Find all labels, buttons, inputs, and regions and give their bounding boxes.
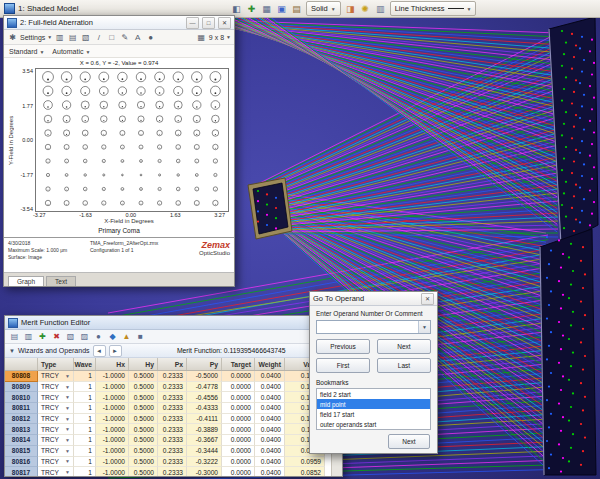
cell-target[interactable]: 0.0000: [222, 392, 255, 403]
pen-tool-icon[interactable]: ✎: [119, 33, 130, 42]
cell-target[interactable]: 0.0000: [222, 382, 255, 393]
dialog-titlebar[interactable]: Go To Operand ✕: [310, 292, 437, 306]
line-thickness-select[interactable]: Line Thickness ▼: [390, 1, 477, 16]
table-row[interactable]: 80813TRCY▼1-1.00000.50000.2333-0.38890.0…: [5, 424, 342, 435]
cell-px[interactable]: 0.2333: [158, 414, 187, 425]
mfe-titlebar[interactable]: Merit Function Editor — ✕: [5, 316, 342, 330]
cell-weight[interactable]: 0.0400: [255, 371, 285, 382]
cell-py[interactable]: -0.4333: [187, 403, 222, 414]
cell-weight[interactable]: 0.0400: [255, 403, 285, 414]
chevron-down-icon[interactable]: ▼: [418, 321, 430, 333]
cell-hy[interactable]: 0.5000: [129, 414, 158, 425]
settings-icon[interactable]: ●: [93, 332, 104, 341]
new-table-icon[interactable]: ▤: [9, 332, 20, 341]
cell-type[interactable]: TRCY▼: [38, 414, 74, 425]
cell-target[interactable]: 0.0000: [222, 435, 255, 446]
cell-hx[interactable]: -1.0000: [96, 457, 129, 468]
cell-px[interactable]: 0.2333: [158, 403, 187, 414]
cell-weight[interactable]: 0.0400: [255, 457, 285, 468]
table-row[interactable]: 80815TRCY▼1-1.00000.50000.2333-0.34440.0…: [5, 446, 342, 457]
cell-id[interactable]: 80809: [5, 382, 38, 393]
cell-hx[interactable]: -1.0000: [96, 424, 129, 435]
cell-px[interactable]: 0.2333: [158, 446, 187, 457]
cell-weight[interactable]: 0.0400: [255, 392, 285, 403]
cell-hy[interactable]: 0.5000: [129, 392, 158, 403]
cell-wave[interactable]: 1: [74, 457, 96, 468]
bookmark-item[interactable]: mid point: [317, 399, 430, 409]
cell-id[interactable]: 80808: [5, 371, 38, 382]
background-color-icon[interactable]: ▥: [374, 2, 387, 15]
cell-hx[interactable]: -1.0000: [96, 446, 129, 457]
print-icon[interactable]: ▤: [67, 33, 78, 42]
cell-hy[interactable]: 0.5000: [129, 446, 158, 457]
delete-operand-icon[interactable]: ✖: [51, 332, 62, 341]
cell-px[interactable]: 0.2333: [158, 435, 187, 446]
cell-hy[interactable]: 0.5000: [129, 371, 158, 382]
cell-px[interactable]: 0.2333: [158, 457, 187, 468]
table-row[interactable]: 80811TRCY▼1-1.00000.50000.2333-0.43330.0…: [5, 403, 342, 414]
table-row[interactable]: 80812TRCY▼1-1.00000.50000.2333-0.41110.0…: [5, 414, 342, 425]
cell-target[interactable]: 0.0000: [222, 446, 255, 457]
dot-tool-icon[interactable]: ●: [145, 33, 156, 42]
help-icon[interactable]: ■: [135, 332, 146, 341]
cell-type[interactable]: TRCY▼: [38, 392, 74, 403]
cell-hx[interactable]: -1.0000: [96, 392, 129, 403]
table-row[interactable]: 80810TRCY▼1-1.00000.50000.2333-0.45560.0…: [5, 392, 342, 403]
cell-wave[interactable]: 1: [74, 392, 96, 403]
tab-graph[interactable]: Graph: [8, 276, 44, 286]
cell-wave[interactable]: 1: [74, 446, 96, 457]
section-label[interactable]: Wizards and Operands: [18, 347, 90, 354]
cell-hy[interactable]: 0.5000: [129, 457, 158, 468]
table-row[interactable]: 80816TRCY▼1-1.00000.50000.2333-0.32220.0…: [5, 457, 342, 468]
window-titlebar[interactable]: 1: Shaded Model: [0, 3, 230, 14]
go-next-button[interactable]: Next: [388, 434, 430, 449]
cell-target[interactable]: 0.0000: [222, 414, 255, 425]
table-row[interactable]: 80814TRCY▼1-1.00000.50000.2333-0.36670.0…: [5, 435, 342, 446]
cell-type[interactable]: TRCY▼: [38, 382, 74, 393]
surface-icon[interactable]: ◧: [230, 2, 243, 15]
cell-wave[interactable]: 1: [74, 414, 96, 425]
optimize-icon[interactable]: ▲: [121, 332, 132, 341]
cell-hx[interactable]: -1.0000: [96, 467, 129, 476]
settings-label[interactable]: Settings: [20, 34, 45, 41]
line-tool-icon[interactable]: /: [93, 33, 104, 42]
cell-wave[interactable]: 1: [74, 371, 96, 382]
cell-px[interactable]: 0.2333: [158, 467, 187, 476]
cell-py[interactable]: -0.4111: [187, 414, 222, 425]
column-header-type[interactable]: Type: [38, 358, 74, 370]
cell-target[interactable]: 0.0000: [222, 467, 255, 476]
grid-size-select[interactable]: 9 x 8: [209, 34, 224, 41]
cell-px[interactable]: 0.2333: [158, 392, 187, 403]
gear-icon[interactable]: ✱: [7, 33, 18, 42]
cell-px[interactable]: 0.2333: [158, 382, 187, 393]
cell-value[interactable]: 0.0959: [285, 457, 325, 468]
rect-tool-icon[interactable]: □: [106, 33, 117, 42]
cell-weight[interactable]: 0.0400: [255, 382, 285, 393]
next-page-icon[interactable]: ►: [109, 345, 122, 357]
palette-icon[interactable]: ◨: [344, 2, 357, 15]
cell-hx[interactable]: -1.0000: [96, 403, 129, 414]
cell-hy[interactable]: 0.5000: [129, 467, 158, 476]
bookmark-item[interactable]: field 17 start: [317, 409, 430, 419]
cell-id[interactable]: 80816: [5, 457, 38, 468]
column-header-py[interactable]: Py: [187, 358, 222, 370]
first-button[interactable]: First: [316, 358, 370, 373]
save-icon[interactable]: ▥: [23, 332, 34, 341]
cell-hx[interactable]: -1.0000: [96, 435, 129, 446]
table-row[interactable]: 80808TRCY▼1-1.00000.50000.2333-0.50000.0…: [5, 371, 342, 382]
camera-icon[interactable]: ▤: [290, 2, 303, 15]
operand-input[interactable]: [317, 321, 418, 333]
cell-type[interactable]: TRCY▼: [38, 446, 74, 457]
chevron-down-icon[interactable]: ▼: [9, 348, 15, 354]
cell-py[interactable]: -0.3000: [187, 467, 222, 476]
maximize-icon[interactable]: □: [202, 17, 215, 29]
column-header-weight[interactable]: Weight: [255, 358, 285, 370]
column-header-hx[interactable]: Hx: [96, 358, 129, 370]
cell-py[interactable]: -0.3444: [187, 446, 222, 457]
cell-py[interactable]: -0.3222: [187, 457, 222, 468]
cell-py[interactable]: -0.3667: [187, 435, 222, 446]
standard-select[interactable]: Standard ▼: [9, 48, 44, 55]
solid-mode-select[interactable]: Solid ▼: [306, 1, 341, 16]
cell-wave[interactable]: 1: [74, 467, 96, 476]
operand-combobox[interactable]: ▼: [316, 320, 431, 334]
